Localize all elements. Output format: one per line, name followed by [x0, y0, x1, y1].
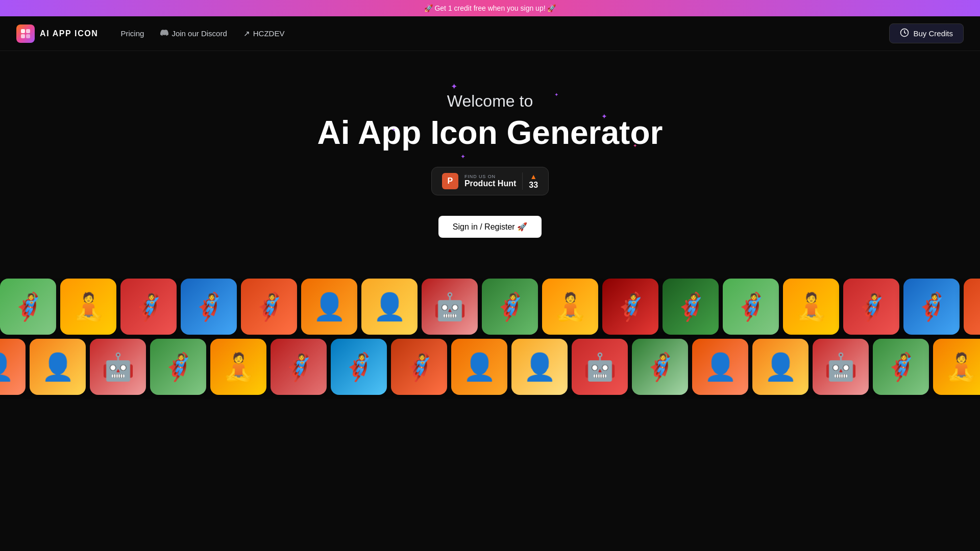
- hero-section: ✦ ✦ ✦ ✦ ✦ ✦ Welcome to Ai App Icon Gener…: [0, 51, 980, 258]
- signin-label: Sign in / Register 🚀: [453, 222, 527, 232]
- pricing-label: Pricing: [121, 29, 144, 38]
- hero-title: Ai App Icon Generator: [10, 115, 970, 151]
- list-item: 🧘: [60, 279, 116, 335]
- ph-number: 33: [529, 181, 538, 190]
- hczdev-icon: ↗: [243, 29, 250, 38]
- discord-link[interactable]: Join our Discord: [154, 26, 233, 41]
- buy-credits-button[interactable]: Buy Credits: [889, 23, 964, 43]
- buy-credits-label: Buy Credits: [913, 29, 953, 38]
- list-item: 👤: [361, 279, 418, 335]
- list-item: 🦸: [241, 279, 297, 335]
- list-item: 👤: [692, 339, 748, 395]
- list-item: 🦸: [843, 279, 899, 335]
- ph-find-text: FIND US ON: [464, 174, 516, 179]
- list-item: 👤: [30, 339, 86, 395]
- list-item: 🤖: [572, 339, 628, 395]
- svg-rect-1: [26, 29, 30, 33]
- list-item: 🦸: [391, 339, 447, 395]
- list-item: 🦸: [181, 279, 237, 335]
- icon-row-1: 🦸🧘🦸🦸🦸👤👤🤖🦸🧘🦸🦸🦸🧘🦸🦸🦸👤👤🤖🦸🧘🦸🦸: [0, 279, 980, 335]
- banner-text: 🚀 Get 1 credit free when you sign up! 🚀: [424, 4, 556, 12]
- list-item: 👤: [451, 339, 507, 395]
- list-item: 👤: [0, 339, 26, 395]
- signin-button[interactable]: Sign in / Register 🚀: [438, 216, 542, 238]
- sparkle-5: ✦: [633, 143, 637, 148]
- list-item: 👤: [752, 339, 808, 395]
- list-item: 🧘: [210, 339, 266, 395]
- sparkle-2: ✦: [554, 92, 558, 97]
- list-item: 🦸: [903, 279, 960, 335]
- list-item: 🦸: [150, 339, 206, 395]
- list-item: 🤖: [813, 339, 869, 395]
- list-item: 🧘: [783, 279, 839, 335]
- logo-icon: [16, 24, 35, 43]
- navbar: AI APP ICON Pricing Join our Discord ↗ H…: [0, 16, 980, 51]
- credits-icon: [900, 28, 909, 39]
- list-item: 🦸: [723, 279, 779, 335]
- list-item: 🤖: [90, 339, 146, 395]
- ph-arrow: ▲: [530, 172, 537, 181]
- ph-name: Product Hunt: [464, 179, 516, 188]
- list-item: 🦸: [873, 339, 929, 395]
- list-item: 🧘: [933, 339, 980, 395]
- list-item: 🦸: [120, 279, 177, 335]
- list-item: 🧘: [542, 279, 598, 335]
- sparkle-3: ✦: [601, 112, 607, 120]
- pricing-link[interactable]: Pricing: [115, 26, 151, 41]
- hero-subtitle: Welcome to: [10, 92, 970, 111]
- hczdev-label: HCZDEV: [253, 29, 285, 38]
- list-item: 🦸: [632, 339, 688, 395]
- hczdev-link[interactable]: ↗ HCZDEV: [237, 26, 291, 41]
- list-item: 👤: [511, 339, 568, 395]
- list-item: 🦸: [0, 279, 56, 335]
- discord-label: Join our Discord: [172, 29, 227, 38]
- list-item: 🦸: [482, 279, 538, 335]
- sparkle-4: ✦: [392, 128, 396, 132]
- product-hunt-badge[interactable]: P FIND US ON Product Hunt ▲ 33: [431, 167, 549, 195]
- icon-row-2: 👤👤🤖🦸🧘🦸🦸🦸👤👤🤖🦸👤👤🤖🦸🧘🦸🦸🦸👤👤🤖🦸: [0, 339, 980, 395]
- nav-right: Buy Credits: [889, 23, 964, 43]
- logo-text: AI APP ICON: [40, 29, 99, 38]
- list-item: 🦸: [602, 279, 658, 335]
- list-item: 🦸: [663, 279, 719, 335]
- list-item: 🦸: [271, 339, 327, 395]
- list-item: 👤: [301, 279, 357, 335]
- discord-icon: [160, 29, 168, 38]
- product-hunt-container: P FIND US ON Product Hunt ▲ 33: [10, 167, 970, 206]
- icon-gallery: 🦸🧘🦸🦸🦸👤👤🤖🦸🧘🦸🦸🦸🧘🦸🦸🦸👤👤🤖🦸🧘🦸🦸 👤👤🤖🦸🧘🦸🦸🦸👤👤🤖🦸👤👤🤖…: [0, 279, 980, 399]
- svg-rect-3: [26, 34, 30, 38]
- svg-rect-0: [21, 29, 25, 33]
- list-item: 🦸: [331, 339, 387, 395]
- sparkle-1: ✦: [451, 82, 457, 91]
- ph-text: FIND US ON Product Hunt: [464, 174, 516, 188]
- nav-links: Pricing Join our Discord ↗ HCZDEV: [115, 26, 890, 41]
- logo-link[interactable]: AI APP ICON: [16, 24, 99, 43]
- ph-logo: P: [442, 173, 458, 189]
- list-item: 🦸: [964, 279, 980, 335]
- ph-count: ▲ 33: [522, 172, 538, 190]
- list-item: 🤖: [422, 279, 478, 335]
- sparkle-6: ✦: [460, 153, 465, 160]
- top-banner: 🚀 Get 1 credit free when you sign up! 🚀: [0, 0, 980, 16]
- svg-rect-2: [21, 34, 25, 38]
